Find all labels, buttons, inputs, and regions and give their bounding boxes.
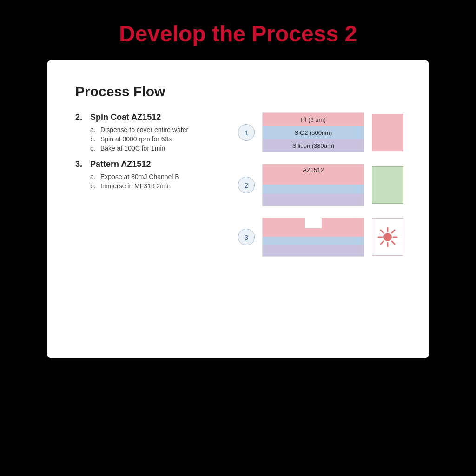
sun-center <box>383 233 392 241</box>
az-gap <box>305 218 322 228</box>
list-item: b. Immerse in MF319 2min <box>90 182 224 190</box>
substep-label: a. <box>90 173 97 180</box>
page-title: Develop the Process 2 <box>119 21 357 46</box>
sun-icon <box>377 226 399 248</box>
layer-pi3 <box>263 228 364 237</box>
step-3-heading: 3. Pattern AZ1512 <box>75 159 224 169</box>
list-item: a. Dispense to cover entire wafer <box>90 126 224 133</box>
az-block-right <box>322 218 364 228</box>
layer-silicon3 <box>263 245 364 256</box>
substep-text: Spin at 3000 rpm for 60s <box>100 135 172 143</box>
layer-silicon2 <box>263 194 364 206</box>
substep-text: Bake at 100C for 1min <box>100 145 165 152</box>
layer-diagram-2: AZ1512 <box>262 164 364 206</box>
layer-sio2-3 <box>263 237 364 245</box>
step-2-label: Spin Coat AZ1512 <box>90 112 161 122</box>
svg-line-5 <box>392 241 395 244</box>
substep-label: b. <box>90 135 97 143</box>
substep-text: Expose at 80mJ Channel B <box>100 173 179 180</box>
step-2-heading: 2. Spin Coat AZ1512 <box>75 112 224 122</box>
right-panel: 1 PI (6 um) SiO2 (500nm) Silicon (380um)… <box>238 112 403 257</box>
slide-card: Process Flow 2. Spin Coat AZ1512 a. Disp… <box>47 60 429 358</box>
diagram-row-3: 3 <box>238 218 403 257</box>
svg-line-4 <box>381 230 383 233</box>
step-2-number: 2. <box>75 112 85 122</box>
layer-pi: PI (6 um) <box>263 113 364 126</box>
step-2-substeps: a. Dispense to cover entire wafer b. Spi… <box>90 126 224 152</box>
layer-sio2-2 <box>263 185 364 194</box>
layer-diagram-3 <box>262 218 364 257</box>
substep-text: Dispense to cover entire wafer <box>100 126 188 133</box>
thumb-pink <box>372 114 403 151</box>
step-3-label: Pattern AZ1512 <box>90 159 151 169</box>
layer-pi2 <box>263 175 364 185</box>
substep-label: c. <box>90 145 97 152</box>
az-pattern-row <box>263 218 364 228</box>
process-flow-title: Process Flow <box>75 84 401 99</box>
list-item: c. Bake at 100C for 1min <box>90 145 224 152</box>
diagram-row-1: 1 PI (6 um) SiO2 (500nm) Silicon (380um) <box>238 112 403 152</box>
step-3-substeps: a. Expose at 80mJ Channel B b. Immerse i… <box>90 173 224 190</box>
thumb-green <box>372 166 403 204</box>
list-item: a. Expose at 80mJ Channel B <box>90 173 224 180</box>
substep-label: b. <box>90 182 97 190</box>
step-circle-3: 3 <box>238 229 255 245</box>
diagram-row-2: 2 AZ1512 <box>238 164 403 206</box>
left-panel: 2. Spin Coat AZ1512 a. Dispense to cover… <box>75 112 224 257</box>
substep-label: a. <box>90 126 97 133</box>
layer-az1512: AZ1512 <box>263 164 364 175</box>
step-circle-1: 1 <box>238 124 255 141</box>
layer-silicon: Silicon (380um) <box>263 139 364 152</box>
svg-line-6 <box>392 230 395 233</box>
substep-text: Immerse in MF319 2min <box>100 182 171 190</box>
page-container: Develop the Process 2 Process Flow 2. Sp… <box>0 0 476 476</box>
layer-diagram-1: PI (6 um) SiO2 (500nm) Silicon (380um) <box>262 112 364 152</box>
slide-content: 2. Spin Coat AZ1512 a. Dispense to cover… <box>75 112 401 257</box>
az-block-left <box>263 218 305 228</box>
step-circle-2: 2 <box>238 177 255 193</box>
step-3-number: 3. <box>75 159 85 169</box>
svg-line-7 <box>381 241 383 244</box>
layer-sio2: SiO2 (500nm) <box>263 126 364 139</box>
thumb-sun <box>372 218 403 256</box>
list-item: b. Spin at 3000 rpm for 60s <box>90 135 224 143</box>
